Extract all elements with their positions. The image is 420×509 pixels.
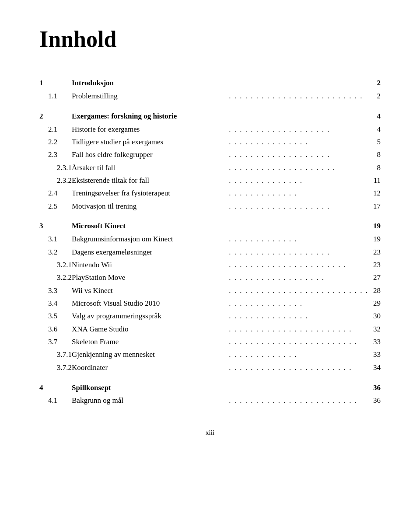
toc-dots: . . . . . . . . . . . . . . <box>229 297 368 310</box>
toc-section-row: 3.7 Skeleton Frame . . . . . . . . . . .… <box>39 336 381 349</box>
toc-section-label: Nintendo Wii <box>72 258 229 271</box>
toc-dots: . . . . . . . . . . . . . . . . . . . . <box>229 161 368 174</box>
toc-section-label: Skeleton Frame <box>72 336 229 349</box>
toc-chapter-num: 1 <box>39 74 72 90</box>
toc-section-row: 2.2 Tidligere studier på exergames . . .… <box>39 136 381 148</box>
toc-section-row: 3.7.2 Koordinater . . . . . . . . . . . … <box>39 361 381 374</box>
toc-chapter-label: Microsoft Kinect <box>72 217 368 233</box>
toc-chapter-page: 4 <box>368 107 381 123</box>
toc-section-page: 8 <box>368 161 381 174</box>
toc-chapter-num: 4 <box>39 379 72 394</box>
toc-spacer <box>39 103 381 107</box>
toc-spacer <box>39 374 381 379</box>
toc-dots: . . . . . . . . . . . . . <box>229 349 368 361</box>
toc-section-page: 36 <box>368 394 381 407</box>
toc-dots: . . . . . . . . . . . . . . . . . . . . … <box>229 284 368 297</box>
toc-section-page: 33 <box>368 349 381 361</box>
toc-section-num: 3.2.2 <box>39 272 72 284</box>
toc-section-num: 4.1 <box>39 394 72 407</box>
toc-section-page: 4 <box>368 123 381 136</box>
toc-section-label: Tidligere studier på exergames <box>72 136 229 148</box>
toc-section-label: Wii vs Kinect <box>72 284 229 297</box>
toc-section-num: 3.1 <box>39 233 72 246</box>
toc-section-row: 3.2.1 Nintendo Wii . . . . . . . . . . .… <box>39 258 381 271</box>
toc-dots: . . . . . . . . . . . . . . . . . . . . … <box>229 336 368 349</box>
toc-chapter-row: 1 Introduksjon 2 <box>39 74 381 90</box>
toc-dots: . . . . . . . . . . . . . . . . . . . . … <box>229 258 368 271</box>
toc-section-num: 3.6 <box>39 323 72 335</box>
toc-section-num: 3.7.1 <box>39 349 72 361</box>
toc-dots: . . . . . . . . . . . . . <box>229 187 368 200</box>
toc-chapter-label: Introduksjon <box>72 74 368 90</box>
toc-dots: . . . . . . . . . . . . . . . . . . . . … <box>229 394 368 407</box>
toc-section-row: 3.2.2 PlayStation Move . . . . . . . . .… <box>39 272 381 284</box>
toc-dots: . . . . . . . . . . . . . . . . . . . <box>229 123 368 136</box>
toc-section-label: Motivasjon til trening <box>72 200 229 213</box>
toc-section-label: Historie for exergames <box>72 123 229 136</box>
toc-section-label: XNA Game Studio <box>72 323 229 335</box>
toc-section-page: 29 <box>368 297 381 310</box>
toc-section-page: 23 <box>368 246 381 258</box>
toc-chapter-page: 2 <box>368 74 381 90</box>
toc-section-num: 2.5 <box>39 200 72 213</box>
toc-chapter-label: Exergames: forskning og historie <box>72 107 368 123</box>
toc-section-num: 2.4 <box>39 187 72 200</box>
toc-section-label: Fall hos eldre folkegrupper <box>72 149 229 161</box>
toc-section-num: 3.2.1 <box>39 258 72 271</box>
toc-section-label: Treningsøvelser fra fysioterapeut <box>72 187 229 200</box>
toc-section-label: Eksisterende tiltak for fall <box>72 174 229 187</box>
page-title: Innhold <box>39 26 381 52</box>
toc-section-num: 3.7 <box>39 336 72 349</box>
toc-chapter-num: 3 <box>39 217 72 233</box>
toc-section-row: 2.3 Fall hos eldre folkegrupper . . . . … <box>39 149 381 161</box>
toc-dots: . . . . . . . . . . . . . . . . . . . <box>229 246 368 258</box>
toc-section-page: 33 <box>368 336 381 349</box>
toc-section-page: 5 <box>368 136 381 148</box>
toc-section-num: 2.1 <box>39 123 72 136</box>
toc-dots: . . . . . . . . . . . . . . . . . . . <box>229 200 368 213</box>
toc-dots: . . . . . . . . . . . . . . . . . . . . … <box>229 361 368 374</box>
toc-chapter-page: 19 <box>368 217 381 233</box>
toc-section-row: 1.1 Problemstilling . . . . . . . . . . … <box>39 90 381 102</box>
toc-section-num: 3.5 <box>39 310 72 323</box>
toc-section-page: 28 <box>368 284 381 297</box>
toc-table: 1 Introduksjon 2 1.1 Problemstilling . .… <box>39 74 381 407</box>
toc-dots: . . . . . . . . . . . . . . <box>229 174 368 187</box>
toc-section-page: 27 <box>368 272 381 284</box>
toc-spacer <box>39 213 381 217</box>
toc-section-num: 2.3 <box>39 149 72 161</box>
toc-section-row: 3.3 Wii vs Kinect . . . . . . . . . . . … <box>39 284 381 297</box>
toc-section-label: Problemstilling <box>72 90 229 102</box>
toc-section-row: 3.5 Valg av programmeringsspråk . . . . … <box>39 310 381 323</box>
toc-section-num: 1.1 <box>39 90 72 102</box>
toc-section-page: 17 <box>368 200 381 213</box>
toc-section-num: 3.7.2 <box>39 361 72 374</box>
toc-section-row: 3.1 Bakgrunnsinformasjon om Kinect . . .… <box>39 233 381 246</box>
toc-section-label: PlayStation Move <box>72 272 229 284</box>
toc-section-page: 2 <box>368 90 381 102</box>
toc-chapter-num: 2 <box>39 107 72 123</box>
toc-section-label: Bakgrunn og mål <box>72 394 229 407</box>
toc-section-num: 2.3.1 <box>39 161 72 174</box>
toc-section-label: Årsaker til fall <box>72 161 229 174</box>
toc-chapter-row: 4 Spillkonsept 36 <box>39 379 381 394</box>
toc-section-row: 3.2 Dagens exergameløsninger . . . . . .… <box>39 246 381 258</box>
toc-dots: . . . . . . . . . . . . . . . . . . <box>229 272 368 284</box>
toc-section-row: 3.4 Microsoft Visual Studio 2010 . . . .… <box>39 297 381 310</box>
toc-section-row: 3.7.1 Gjenkjenning av mennesket . . . . … <box>39 349 381 361</box>
toc-chapter-page: 36 <box>368 379 381 394</box>
toc-dots: . . . . . . . . . . . . . . . <box>229 136 368 148</box>
toc-section-page: 34 <box>368 361 381 374</box>
toc-section-label: Bakgrunnsinformasjon om Kinect <box>72 233 229 246</box>
toc-chapter-row: 3 Microsoft Kinect 19 <box>39 217 381 233</box>
toc-section-row: 2.4 Treningsøvelser fra fysioterapeut . … <box>39 187 381 200</box>
toc-section-num: 2.2 <box>39 136 72 148</box>
toc-section-row: 3.6 XNA Game Studio . . . . . . . . . . … <box>39 323 381 335</box>
toc-section-row: 2.5 Motivasjon til trening . . . . . . .… <box>39 200 381 213</box>
toc-section-row: 2.3.1 Årsaker til fall . . . . . . . . .… <box>39 161 381 174</box>
toc-section-num: 3.2 <box>39 246 72 258</box>
toc-dots: . . . . . . . . . . . . . . . <box>229 310 368 323</box>
toc-section-page: 32 <box>368 323 381 335</box>
toc-section-num: 3.3 <box>39 284 72 297</box>
toc-section-page: 19 <box>368 233 381 246</box>
